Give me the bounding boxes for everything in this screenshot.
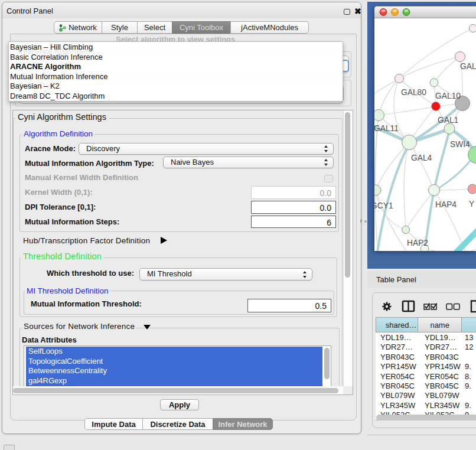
svg-text:Y: Y	[469, 200, 474, 208]
svg-text:GAL80: GAL80	[401, 88, 426, 97]
svg-text:HAP2: HAP2	[407, 239, 428, 247]
svg-text:HAP4: HAP4	[435, 200, 457, 209]
svg-text:GAL7: GAL7	[460, 62, 476, 71]
svg-text:GAL1: GAL1	[438, 116, 458, 125]
svg-text:GAL4: GAL4	[411, 154, 432, 162]
svg-text:GAL11: GAL11	[374, 124, 399, 133]
svg-text:GAL10: GAL10	[435, 92, 461, 100]
svg-text:SWI4: SWI4	[450, 140, 470, 149]
svg-text:GCY1: GCY1	[374, 201, 393, 210]
